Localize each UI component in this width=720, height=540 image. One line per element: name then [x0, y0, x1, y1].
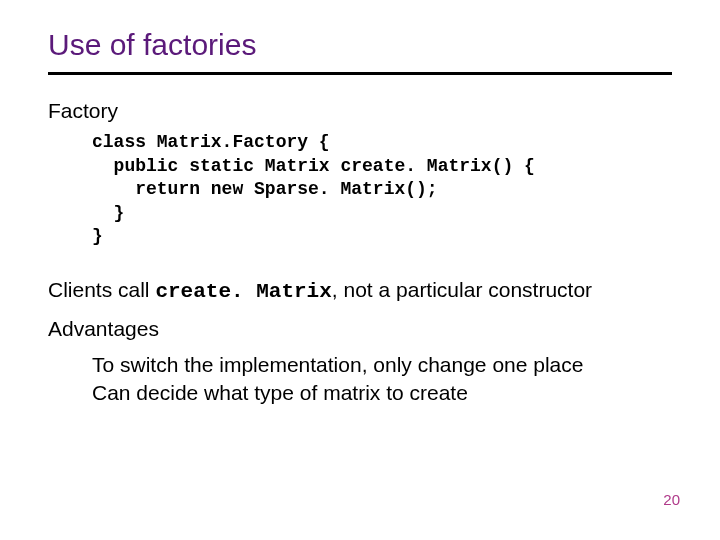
slide-body: Factory class Matrix.Factory { public st…: [48, 97, 672, 408]
page-number: 20: [663, 491, 680, 508]
slide: Use of factories Factory class Matrix.Fa…: [0, 0, 720, 540]
clients-line: Clients call create. Matrix, not a parti…: [48, 276, 672, 306]
code-block: class Matrix.Factory { public static Mat…: [92, 131, 672, 248]
slide-title: Use of factories: [48, 28, 672, 66]
clients-suffix: , not a particular constructor: [332, 278, 592, 301]
title-underline: [48, 72, 672, 75]
clients-code: create. Matrix: [155, 280, 331, 303]
section-label-factory: Factory: [48, 97, 672, 125]
advantages-label: Advantages: [48, 315, 672, 343]
clients-prefix: Clients call: [48, 278, 155, 301]
advantage-item-1: To switch the implementation, only chang…: [92, 351, 672, 379]
advantage-item-2: Can decide what type of matrix to create: [92, 379, 672, 407]
